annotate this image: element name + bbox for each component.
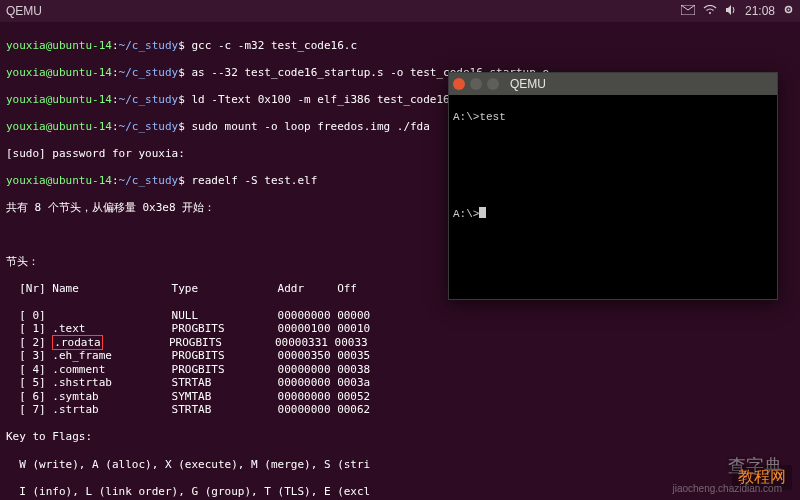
command: readelf -S test.elf (191, 174, 317, 187)
close-icon[interactable] (453, 78, 465, 90)
qemu-line (453, 159, 771, 171)
qemu-line: A:\>test (453, 111, 771, 123)
svg-point-1 (709, 12, 711, 14)
qemu-titlebar[interactable]: QEMU (449, 73, 777, 95)
qemu-cursor (479, 207, 486, 218)
volume-icon[interactable] (725, 4, 737, 18)
terminal-output: Key to Flags: (6, 430, 794, 444)
qemu-prompt-line: A:\> (453, 207, 771, 220)
svg-point-3 (788, 9, 790, 11)
minimize-icon[interactable] (470, 78, 482, 90)
section-row: [ 1] .text PROGBITS 00000100 00010 (6, 322, 794, 336)
qemu-window[interactable]: QEMU A:\>test A:\> (448, 72, 778, 300)
section-row: [ 0] NULL 00000000 00000 (6, 309, 794, 323)
system-tray: 21:08 (681, 4, 794, 18)
menubar: QEMU 21:08 (0, 0, 800, 22)
highlight-rodata: .rodata (52, 335, 102, 350)
section-row: [ 4] .comment PROGBITS 00000000 00038 (6, 363, 794, 377)
qemu-console[interactable]: A:\>test A:\> (449, 95, 777, 248)
prompt-path: ~/c_study (119, 39, 179, 52)
watermark-url: jiaocheng.chazidian.com (672, 483, 782, 494)
clock[interactable]: 21:08 (745, 4, 775, 18)
section-row: [ 6] .symtab SYMTAB 00000000 00052 (6, 390, 794, 404)
section-row: [ 7] .strtab STRTAB 00000000 00062 (6, 403, 794, 417)
terminal-line: youxia@ubuntu-14:~/c_study$ gcc -c -m32 … (6, 39, 794, 53)
command: sudo mount -o loop freedos.img ./fda (191, 120, 429, 133)
terminal-output: W (write), A (alloc), X (execute), M (me… (6, 458, 794, 472)
qemu-line (453, 183, 771, 195)
section-row: [ 5] .shstrtab STRTAB 00000000 0003a (6, 376, 794, 390)
gear-icon[interactable] (783, 4, 794, 18)
envelope-icon[interactable] (681, 4, 695, 18)
section-row: [ 2] .rodata PROGBITS 00000331 00033 (6, 336, 794, 350)
prompt-user: youxia@ubuntu-14 (6, 39, 112, 52)
qemu-window-title: QEMU (510, 77, 546, 91)
section-row: [ 3] .eh_frame PROGBITS 00000350 00035 (6, 349, 794, 363)
maximize-icon[interactable] (487, 78, 499, 90)
command: gcc -c -m32 test_code16.c (191, 39, 357, 52)
app-title: QEMU (6, 4, 42, 18)
qemu-line (453, 135, 771, 147)
section-table: [ 0] NULL 00000000 00000 [ 1] .text PROG… (6, 309, 794, 417)
wifi-icon[interactable] (703, 4, 717, 18)
